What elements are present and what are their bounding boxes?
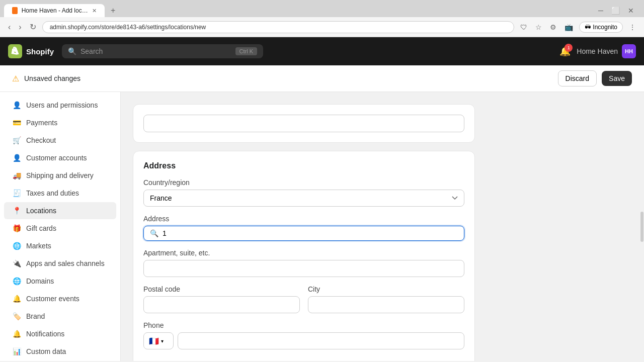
search-bar[interactable]: 🔍 Ctrl K	[62, 44, 263, 58]
search-icon: 🔍	[68, 47, 76, 55]
locations-icon: 📍	[12, 206, 21, 215]
sidebar-item-label-locations: Locations	[26, 207, 56, 215]
country-field: Country/region France United States Unit…	[143, 178, 464, 207]
address-section-title: Address	[143, 161, 464, 170]
topbar-right: 🔔 1 Home Haven HH	[559, 44, 636, 58]
notification-badge: 1	[565, 44, 573, 52]
sidebar-item-customer-accounts[interactable]: 👤 Customer accounts	[4, 149, 116, 166]
postal-label: Postal code	[143, 285, 300, 293]
shield-icon: 🛡	[518, 21, 529, 33]
apartment-input[interactable]	[143, 260, 464, 277]
address-field: Address 🔍 1	[143, 215, 464, 241]
phone-country-selector[interactable]: 🇫🇷 ▾	[143, 332, 174, 349]
sidebar-item-notifications[interactable]: 🔔 Notifications	[4, 325, 116, 342]
url-bar[interactable]: admin.shopify.com/store/de8143-a6/settin…	[42, 21, 515, 33]
new-tab-button[interactable]: +	[107, 4, 119, 17]
sidebar-item-label-checkout: Checkout	[26, 136, 56, 144]
postal-city-row: Postal code City	[143, 285, 464, 321]
gift-cards-icon: 🎁	[12, 224, 21, 233]
location-name-card: Paris Warehouse	[133, 104, 475, 143]
incognito-icon: 🕶	[585, 24, 591, 31]
address-label: Address	[143, 215, 464, 223]
sidebar-item-brand[interactable]: 🏷️ Brand	[4, 308, 116, 325]
users-icon: 👤	[12, 101, 21, 110]
forward-button[interactable]: ›	[17, 21, 23, 34]
sidebar-item-label-notifications: Notifications	[26, 330, 64, 338]
cast-icon[interactable]: 📺	[562, 21, 575, 33]
country-select[interactable]: France United States United Kingdom	[143, 190, 464, 207]
city-input[interactable]	[308, 296, 464, 313]
notifications-icon: 🔔	[12, 329, 21, 338]
save-button[interactable]: Save	[602, 71, 632, 86]
sidebar-item-label-apps-sales: Apps and sales channels	[26, 259, 105, 267]
minimize-button[interactable]: ─	[596, 5, 605, 17]
topbar: Shopify 🔍 Ctrl K 🔔 1 Home Haven HH	[0, 37, 644, 65]
sidebar-item-languages[interactable]: 🌍 Languages	[4, 360, 116, 361]
sidebar-item-markets[interactable]: 🌐 Markets	[4, 237, 116, 254]
checkout-icon: 🛒	[12, 136, 21, 145]
france-flag-icon: 🇫🇷	[149, 336, 159, 346]
sidebar-item-label-payments: Payments	[26, 119, 57, 127]
main-content: Paris Warehouse Address Country/region F…	[121, 92, 640, 361]
menu-icon[interactable]: ⋮	[627, 21, 638, 33]
custom-data-icon: 📊	[12, 347, 21, 356]
sidebar-item-label-shipping: Shipping and delivery	[26, 171, 94, 179]
notification-button[interactable]: 🔔 1	[559, 46, 571, 57]
sidebar-item-locations[interactable]: 📍 Locations	[4, 202, 116, 219]
phone-input[interactable]	[178, 332, 464, 349]
extensions-icon[interactable]: ⚙	[548, 21, 558, 33]
sidebar-item-domains[interactable]: 🌐 Domains	[4, 273, 116, 290]
sidebar-item-shipping[interactable]: 🚚 Shipping and delivery	[4, 167, 116, 184]
browser-tab[interactable]: Home Haven - Add location · S... ✕	[4, 4, 105, 17]
sidebar-item-gift-cards[interactable]: 🎁 Gift cards	[4, 220, 116, 237]
close-window-button[interactable]: ✕	[626, 5, 636, 17]
address-input[interactable]: 1	[163, 229, 458, 237]
markets-icon: 🌐	[12, 241, 21, 250]
chevron-down-icon: ▾	[161, 338, 164, 344]
location-name-input[interactable]: Paris Warehouse	[143, 115, 464, 132]
sidebar-item-payments[interactable]: 💳 Payments	[4, 114, 116, 131]
store-selector[interactable]: Home Haven HH	[577, 44, 636, 58]
postal-field: Postal code	[143, 285, 300, 313]
discard-button[interactable]: Discard	[558, 70, 597, 86]
domains-icon: 🌐	[12, 277, 21, 286]
star-icon[interactable]: ☆	[533, 21, 544, 33]
search-shortcut: Ctrl K	[235, 47, 258, 55]
close-tab-button[interactable]: ✕	[92, 8, 97, 14]
sidebar-item-users[interactable]: 👤 Users and permissions	[4, 97, 116, 114]
sidebar-item-customer-events[interactable]: 🔔 Customer events	[4, 290, 116, 307]
shopify-logo-text: Shopify	[26, 47, 54, 56]
store-name: Home Haven	[577, 47, 618, 55]
customer-accounts-icon: 👤	[12, 153, 21, 162]
sidebar-item-taxes[interactable]: 🧾 Taxes and duties	[4, 185, 116, 202]
back-button[interactable]: ‹	[6, 21, 13, 34]
refresh-button[interactable]: ↻	[28, 20, 38, 34]
address-search-container: 🔍 1	[143, 226, 464, 241]
store-avatar: HH	[622, 44, 636, 58]
sidebar-item-custom-data[interactable]: 📊 Custom data	[4, 343, 116, 360]
sidebar-item-checkout[interactable]: 🛒 Checkout	[4, 132, 116, 149]
sidebar-item-label-custom-data: Custom data	[26, 347, 66, 355]
incognito-button[interactable]: 🕶 Incognito	[579, 22, 623, 33]
sidebar-item-label-domains: Domains	[26, 277, 54, 285]
shipping-icon: 🚚	[12, 171, 21, 180]
shopify-logo[interactable]: Shopify	[8, 44, 54, 58]
phone-field: Phone 🇫🇷 ▾	[143, 321, 464, 349]
unsaved-changes-text: Unsaved changes	[24, 74, 553, 82]
phone-row: 🇫🇷 ▾	[143, 332, 464, 349]
sidebar-item-apps-sales[interactable]: 🔌 Apps and sales channels	[4, 255, 116, 272]
scrollbar[interactable]	[640, 92, 644, 361]
address-search-icon: 🔍	[150, 229, 158, 237]
scroll-thumb[interactable]	[640, 212, 643, 242]
apartment-field: Apartment, suite, etc.	[143, 249, 464, 277]
sidebar-item-label-brand: Brand	[26, 312, 45, 320]
sidebar-item-label-customer-events: Customer events	[26, 295, 79, 303]
maximize-button[interactable]: ⬜	[609, 5, 622, 17]
tab-title: Home Haven - Add location · S...	[22, 7, 88, 14]
search-input[interactable]	[80, 47, 231, 55]
postal-input[interactable]	[143, 296, 300, 313]
address-card: Address Country/region France United Sta…	[133, 151, 475, 361]
warning-icon: ⚠	[12, 74, 19, 83]
sidebar-item-label-taxes: Taxes and duties	[26, 189, 79, 197]
sidebar-item-label-markets: Markets	[26, 242, 51, 250]
